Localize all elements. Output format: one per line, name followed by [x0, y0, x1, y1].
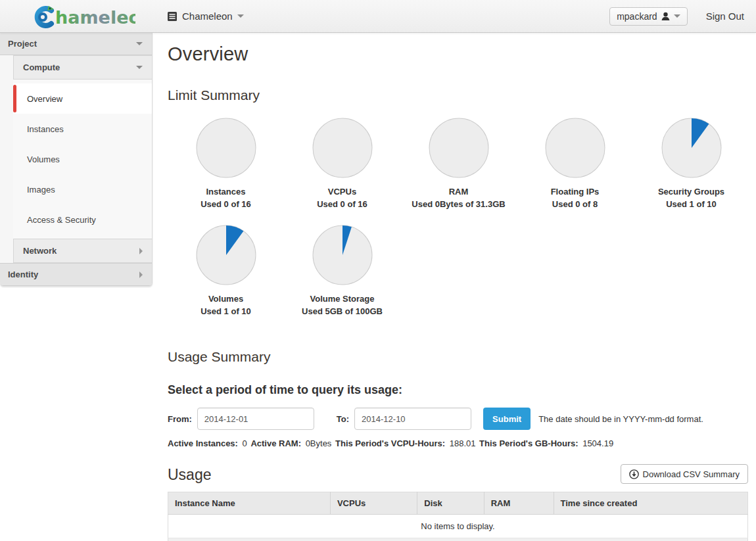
pie-title: Floating IPs [551, 187, 600, 197]
download-csv-label: Download CSV Summary [643, 469, 740, 479]
svg-text:hameleon: hameleon [55, 7, 135, 28]
empty-table-message: No items to display. [168, 515, 748, 538]
sidebar: Project Compute Overview Instances Volum… [0, 33, 153, 286]
chevron-right-icon [139, 248, 143, 254]
usage-stats-line: Active Instances: 0 Active RAM: 0Bytes T… [168, 438, 748, 448]
stat-label: Active RAM: [250, 438, 301, 448]
column-time-since-created: Time since created [554, 492, 748, 515]
pie-usage-label: Used 0Bytes of 31.3GB [412, 199, 505, 209]
limit-pie-instances: Instances Used 0 of 16 [168, 118, 284, 209]
sidebar-item-label: Volumes [27, 154, 60, 164]
sidebar-item-instances[interactable]: Instances [13, 114, 152, 144]
pie-usage-label: Used 0 of 16 [317, 199, 367, 209]
pie-usage-label: Used 0 of 16 [201, 199, 251, 209]
stat-label: This Period's GB-Hours: [479, 438, 578, 448]
limit-pie-floating-ips: Floating IPs Used 0 of 8 [517, 118, 633, 209]
pie-chart [312, 225, 373, 285]
sidebar-item-overview[interactable]: Overview [13, 83, 152, 114]
stat-value: 0Bytes [306, 438, 332, 448]
usage-query-form: From: To: Submit The date should be in Y… [168, 408, 748, 430]
chevron-down-icon [136, 42, 143, 45]
pie-title: Security Groups [658, 187, 724, 197]
chameleon-logo-icon: hameleon [32, 4, 135, 29]
chevron-down-icon [674, 14, 680, 18]
pie-usage-label: Used 1 of 10 [666, 199, 717, 209]
table-item-count: Displaying 0 items [168, 538, 748, 541]
usage-table: Instance Name VCPUs Disk RAM Time since … [168, 492, 748, 541]
download-csv-button[interactable]: Download CSV Summary [621, 464, 748, 484]
sidebar-panel-compute[interactable]: Compute [13, 55, 152, 80]
to-date-input[interactable] [354, 408, 471, 430]
pie-chart [196, 225, 256, 285]
sign-out-link[interactable]: Sign Out [706, 11, 744, 22]
column-disk: Disk [417, 492, 484, 515]
pie-title: RAM [449, 187, 469, 197]
chevron-right-icon [139, 271, 143, 278]
submit-button[interactable]: Submit [483, 408, 531, 430]
sidebar-item-images[interactable]: Images [13, 174, 152, 204]
sidebar-item-label: Access & Security [27, 215, 96, 225]
pie-title: Volumes [208, 294, 243, 304]
sidebar-item-label: Instances [27, 124, 64, 134]
pie-chart [545, 118, 605, 178]
usage-table-heading: Usage [168, 466, 211, 484]
user-icon [661, 12, 670, 21]
sidebar-section-project[interactable]: Project [0, 33, 152, 55]
from-date-input[interactable] [197, 408, 314, 430]
limit-pie-vcpus: VCPUs Used 0 of 16 [284, 118, 400, 209]
column-instance-name: Instance Name [168, 492, 331, 515]
page-title: Overview [168, 43, 748, 65]
from-label: From: [168, 414, 192, 424]
query-period-prompt: Select a period of time to query its usa… [168, 383, 748, 397]
pie-chart [429, 118, 489, 178]
sidebar-compute-items: Overview Instances Volumes Images Access… [13, 80, 152, 239]
sidebar-item-access-security[interactable]: Access & Security [13, 204, 152, 235]
to-label: To: [337, 414, 349, 424]
sidebar-panel-network[interactable]: Network [13, 239, 152, 263]
limit-pie-volume-storage: Volume Storage Used 5GB of 100GB [284, 225, 400, 316]
usage-summary-heading: Usage Summary [168, 349, 748, 365]
stat-value: 1504.19 [582, 438, 613, 448]
brand-logo[interactable]: hameleon [32, 4, 135, 29]
limit-summary-pie-grid: Instances Used 0 of 16 VCPUs Used 0 of 1… [168, 118, 751, 332]
stat-label: This Period's VCPU-Hours: [335, 438, 445, 448]
date-format-hint: The date should be in YYYY-mm-dd format. [538, 414, 703, 424]
chevron-down-icon [237, 14, 244, 18]
pie-chart [196, 118, 256, 178]
pie-usage-label: Used 0 of 8 [552, 199, 598, 209]
stat-value: 0 [243, 438, 247, 448]
main-content: Overview Limit Summary Instances Used 0 … [153, 33, 756, 541]
top-navbar: hameleon Chameleon mpackard Sign Out [0, 0, 756, 33]
pie-usage-label: Used 5GB of 100GB [302, 306, 383, 316]
column-ram: RAM [484, 492, 554, 515]
limit-pie-security-groups: Security Groups Used 1 of 10 [633, 118, 749, 209]
sidebar-network-label: Network [23, 246, 57, 256]
pie-usage-label: Used 1 of 10 [201, 306, 251, 316]
sidebar-identity-label: Identity [8, 270, 38, 279]
column-vcpus: VCPUs [330, 492, 417, 515]
username-label: mpackard [617, 11, 657, 22]
sidebar-section-identity[interactable]: Identity [0, 263, 152, 285]
pie-title: VCPUs [328, 187, 356, 197]
project-context-switcher[interactable]: Chameleon [167, 11, 244, 22]
usage-table-header-row: Instance Name VCPUs Disk RAM Time since … [168, 492, 748, 515]
sidebar-item-volumes[interactable]: Volumes [13, 144, 152, 174]
download-icon [629, 469, 639, 479]
pie-title: Volume Storage [310, 294, 374, 304]
table-footer-row: Displaying 0 items [168, 538, 748, 541]
sidebar-compute-label: Compute [23, 62, 60, 72]
context-switcher-label: Chameleon [182, 11, 233, 22]
sidebar-item-label: Overview [27, 94, 62, 104]
limit-pie-volumes: Volumes Used 1 of 10 [168, 225, 284, 316]
sidebar-item-label: Images [27, 185, 55, 195]
empty-table-row: No items to display. [168, 515, 748, 538]
pie-chart [661, 118, 722, 178]
user-menu-button[interactable]: mpackard [609, 7, 687, 26]
limit-summary-heading: Limit Summary [168, 87, 748, 103]
stat-value: 188.01 [450, 438, 476, 448]
limit-pie-ram: RAM Used 0Bytes of 31.3GB [400, 118, 517, 209]
pie-chart [312, 118, 373, 178]
chevron-down-icon [136, 66, 143, 69]
stat-label: Active Instances: [168, 438, 238, 448]
sidebar-project-label: Project [8, 39, 37, 49]
